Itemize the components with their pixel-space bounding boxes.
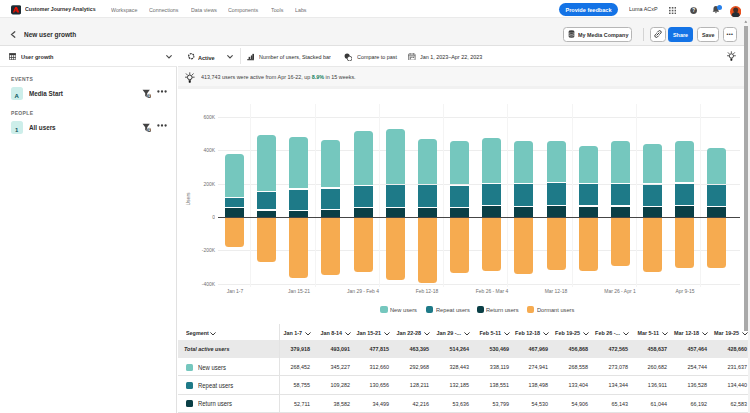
- svg-text:0: 0: [148, 128, 150, 132]
- svg-text:?: ?: [692, 8, 695, 13]
- svg-text:0: 0: [148, 94, 150, 98]
